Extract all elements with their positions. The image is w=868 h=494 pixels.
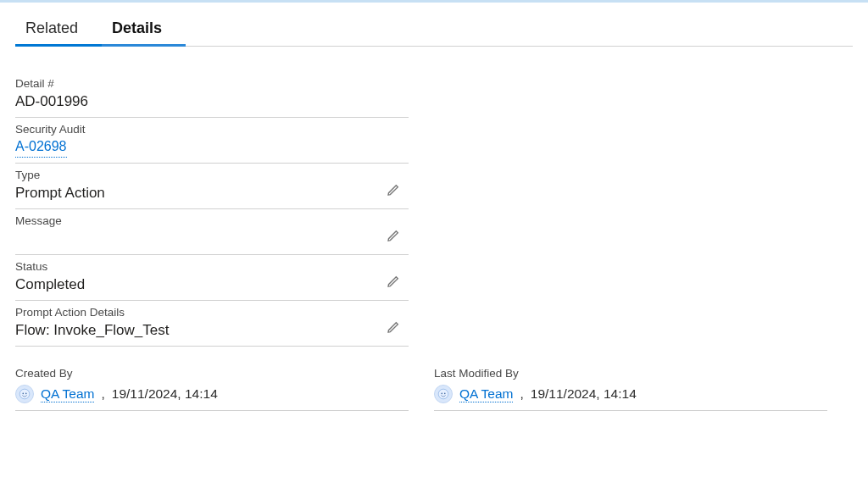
- pencil-icon[interactable]: [387, 320, 400, 334]
- created-by-label: Created By: [15, 367, 409, 380]
- pencil-icon[interactable]: [387, 183, 400, 197]
- field-value: [15, 230, 409, 249]
- avatar: [434, 385, 453, 403]
- comma: ,: [101, 386, 104, 402]
- last-modified-by-timestamp: 19/11/2024, 14:14: [531, 386, 637, 402]
- field-label: Status: [15, 260, 409, 273]
- pencil-icon[interactable]: [387, 275, 400, 288]
- details-content: Detail # AD-001996 Security Audit A-0269…: [15, 47, 853, 347]
- field-prompt-action-details: Prompt Action Details Flow: Invoke_Flow_…: [15, 301, 409, 347]
- last-modified-by-label: Last Modified By: [434, 367, 827, 380]
- svg-point-2: [25, 393, 27, 395]
- field-value: Completed: [15, 276, 409, 295]
- field-message: Message: [15, 209, 409, 255]
- created-by-block: Created By QA Team, 19/11/2024, 14:14: [15, 367, 409, 411]
- avatar: [15, 385, 34, 403]
- astro-icon: [437, 388, 449, 400]
- pencil-icon[interactable]: [387, 229, 400, 242]
- field-label: Type: [15, 169, 409, 181]
- field-detail-number: Detail # AD-001996: [15, 72, 409, 118]
- record-detail-page: Related Details Detail # AD-001996 Secur…: [0, 3, 868, 411]
- security-audit-link[interactable]: A-02698: [15, 139, 67, 158]
- svg-point-1: [22, 393, 24, 395]
- details-right-column: [434, 72, 827, 347]
- svg-point-0: [19, 389, 30, 399]
- field-label: Detail #: [15, 77, 409, 90]
- audit-byline-row: Created By QA Team, 19/11/2024, 14:14 La…: [15, 367, 853, 411]
- svg-point-5: [444, 393, 446, 395]
- tab-bar: Related Details: [15, 11, 853, 47]
- field-type: Type Prompt Action: [15, 164, 409, 209]
- svg-point-3: [438, 389, 448, 399]
- created-by-user-link[interactable]: QA Team: [41, 386, 94, 402]
- comma: ,: [520, 386, 523, 402]
- field-value: Flow: Invoke_Flow_Test: [15, 322, 409, 341]
- created-by-timestamp: 19/11/2024, 14:14: [112, 386, 218, 402]
- details-left-column: Detail # AD-001996 Security Audit A-0269…: [15, 72, 409, 347]
- last-modified-by-block: Last Modified By QA Team, 19/11/2024, 14…: [434, 367, 827, 411]
- tab-details[interactable]: Details: [102, 11, 186, 46]
- field-status: Status Completed: [15, 255, 409, 301]
- tab-related-label: Related: [25, 19, 78, 36]
- field-label: Security Audit: [15, 123, 409, 136]
- astro-icon: [19, 388, 31, 400]
- field-value: AD-001996: [15, 93, 409, 112]
- svg-point-4: [441, 393, 442, 395]
- last-modified-by-user-link[interactable]: QA Team: [459, 386, 513, 402]
- field-security-audit: Security Audit A-02698: [15, 118, 409, 164]
- tab-related[interactable]: Related: [15, 11, 102, 46]
- tab-details-label: Details: [112, 19, 162, 36]
- field-label: Prompt Action Details: [15, 306, 409, 319]
- field-value: Prompt Action: [15, 185, 409, 203]
- field-label: Message: [15, 214, 409, 227]
